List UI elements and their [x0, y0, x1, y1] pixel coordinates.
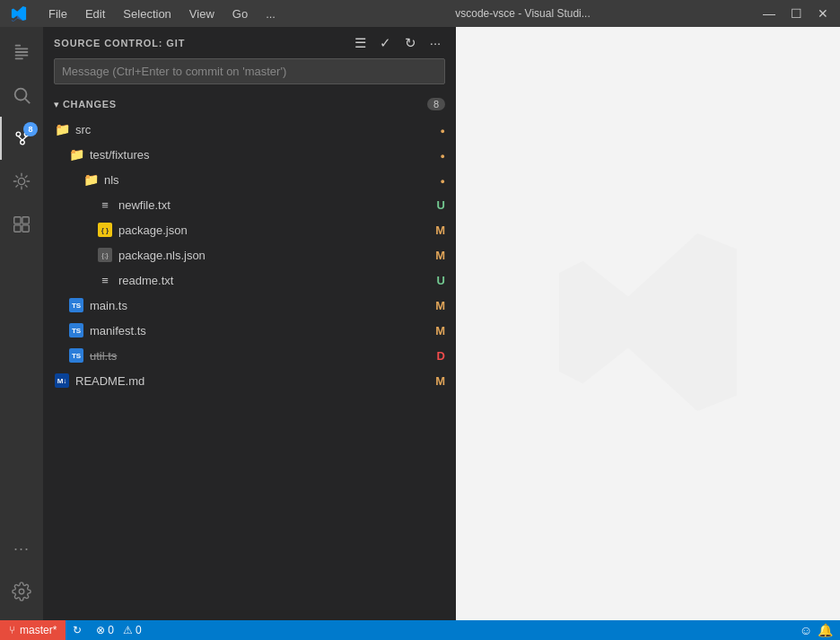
txt-file-icon: ≡	[97, 197, 113, 213]
svg-line-10	[18, 136, 22, 141]
changes-section-header[interactable]: ▾ CHANGES 8	[43, 92, 456, 117]
warnings-indicator[interactable]: ⚠ 0	[123, 624, 142, 636]
status-errors-area: ⊗ 0 ⚠ 0	[89, 624, 148, 636]
json-file-icon: { }	[97, 222, 113, 238]
bell-icon[interactable]: 🔔	[818, 623, 833, 637]
sc-menu-button[interactable]: ☰	[350, 33, 370, 53]
txt-file-icon: ≡	[97, 272, 113, 288]
sidebar: SOURCE CONTROL: GIT ☰ ✓ ↻ ··· ▾ CHANGES …	[43, 27, 456, 620]
menu-go[interactable]: Go	[225, 5, 255, 22]
file-status: M	[431, 374, 445, 388]
status-bar-right: ☺ 🔔	[800, 623, 840, 637]
errors-indicator[interactable]: ⊗ 0	[96, 624, 114, 636]
vscode-watermark	[549, 224, 747, 424]
activity-icon-source-control[interactable]: 8	[0, 117, 43, 160]
status-bar-left: ⑂ master* ↻ ⊗ 0 ⚠ 0	[0, 620, 149, 640]
window-controls: — ☐ ✕	[763, 6, 829, 21]
activity-icon-search[interactable]	[0, 74, 43, 117]
sc-more-button[interactable]: ···	[425, 33, 445, 53]
svg-rect-1	[15, 48, 29, 49]
menu-more[interactable]: ...	[258, 5, 283, 22]
changes-count-badge: 8	[427, 98, 445, 110]
commit-message-input[interactable]	[54, 58, 445, 84]
activity-icon-explorer[interactable]	[0, 31, 43, 74]
list-item[interactable]: TS main.ts M	[43, 293, 456, 318]
sync-button[interactable]: ↻	[66, 624, 89, 636]
sc-commit-button[interactable]: ✓	[375, 33, 395, 53]
list-item[interactable]: TS util.ts D	[43, 343, 456, 368]
changes-label: CHANGES	[63, 99, 427, 110]
svg-rect-3	[15, 55, 29, 57]
folder-icon: 📁	[68, 146, 84, 162]
source-control-actions: ☰ ✓ ↻ ···	[350, 33, 445, 53]
folder-icon: 📁	[83, 171, 99, 188]
file-status: U	[431, 198, 445, 212]
git-branch-icon: ⑂	[9, 624, 15, 636]
file-status: M	[431, 324, 445, 338]
sc-refresh-button[interactable]: ↻	[400, 33, 420, 53]
errors-icon: ⊗	[96, 624, 105, 636]
json-file-icon: {;}	[97, 247, 113, 263]
source-control-title: SOURCE CONTROL: GIT	[54, 38, 350, 48]
source-control-badge: 8	[23, 122, 38, 136]
svg-rect-4	[15, 57, 23, 59]
file-name: readme.txt	[118, 274, 431, 287]
md-file-icon: M↓	[54, 373, 70, 389]
git-branch-indicator[interactable]: ⑂ master*	[0, 620, 66, 640]
file-status: M	[431, 224, 445, 237]
activity-icon-more[interactable]: ···	[0, 527, 43, 570]
list-item[interactable]: 📁 nls ●	[43, 167, 456, 192]
file-name: util.ts	[90, 349, 431, 363]
list-item[interactable]: 📁 test/fixtures ●	[43, 142, 456, 167]
activity-icon-debug[interactable]	[0, 160, 43, 203]
titlebar: File Edit Selection View Go ... vscode-v…	[0, 0, 840, 27]
minimize-button[interactable]: —	[763, 6, 775, 21]
file-name: package.nls.json	[118, 249, 431, 262]
svg-rect-15	[14, 225, 21, 232]
svg-line-11	[22, 136, 27, 141]
vscode-logo-icon	[11, 5, 27, 22]
ts-file-icon: TS	[68, 322, 84, 338]
file-name: newfile.txt	[118, 198, 431, 212]
svg-rect-13	[14, 217, 21, 224]
menu-selection[interactable]: Selection	[116, 5, 178, 22]
file-list: 📁 src ● 📁 test/fixtures ●	[43, 117, 456, 620]
status-bar: ⑂ master* ↻ ⊗ 0 ⚠ 0 ☺ 🔔	[0, 620, 840, 640]
list-item[interactable]: 📁 src ●	[43, 117, 456, 142]
list-item[interactable]: ≡ readme.txt U	[43, 267, 456, 293]
file-name: package.json	[118, 224, 431, 237]
source-control-header: SOURCE CONTROL: GIT ☰ ✓ ↻ ···	[43, 27, 456, 58]
smiley-icon[interactable]: ☺	[800, 623, 812, 637]
folder-icon: 📁	[54, 121, 70, 137]
errors-count: 0	[108, 624, 114, 636]
maximize-button[interactable]: ☐	[790, 6, 802, 21]
editor-area	[456, 27, 840, 620]
activity-bar-bottom: ···	[0, 527, 43, 620]
close-button[interactable]: ✕	[817, 6, 829, 21]
list-item[interactable]: ≡ newfile.txt U	[43, 192, 456, 217]
main-container: 8 ···	[0, 27, 840, 620]
menu-view[interactable]: View	[182, 5, 222, 22]
svg-point-17	[19, 589, 24, 594]
svg-rect-0	[15, 45, 21, 47]
activity-bar: 8 ···	[0, 27, 43, 620]
git-branch-name: master*	[20, 624, 57, 636]
window-title: vscode-vsce - Visual Studi...	[297, 7, 748, 20]
file-status: ●	[431, 123, 445, 136]
activity-icon-settings[interactable]	[0, 570, 43, 613]
file-name: src	[75, 123, 431, 136]
list-item[interactable]: {;} package.nls.json M	[43, 242, 456, 267]
warnings-count: 0	[136, 624, 142, 636]
menu-edit[interactable]: Edit	[78, 5, 112, 22]
file-name: manifest.ts	[90, 324, 431, 338]
changes-chevron-icon: ▾	[54, 99, 59, 110]
activity-icon-extensions[interactable]	[0, 203, 43, 246]
svg-point-9	[21, 140, 25, 145]
list-item[interactable]: { } package.json M	[43, 217, 456, 242]
ts-file-icon: TS	[68, 297, 84, 313]
list-item[interactable]: TS manifest.ts M	[43, 318, 456, 343]
menu-file[interactable]: File	[41, 5, 74, 22]
list-item[interactable]: M↓ README.md M	[43, 368, 456, 393]
svg-point-12	[18, 178, 24, 184]
file-name: README.md	[75, 374, 431, 388]
